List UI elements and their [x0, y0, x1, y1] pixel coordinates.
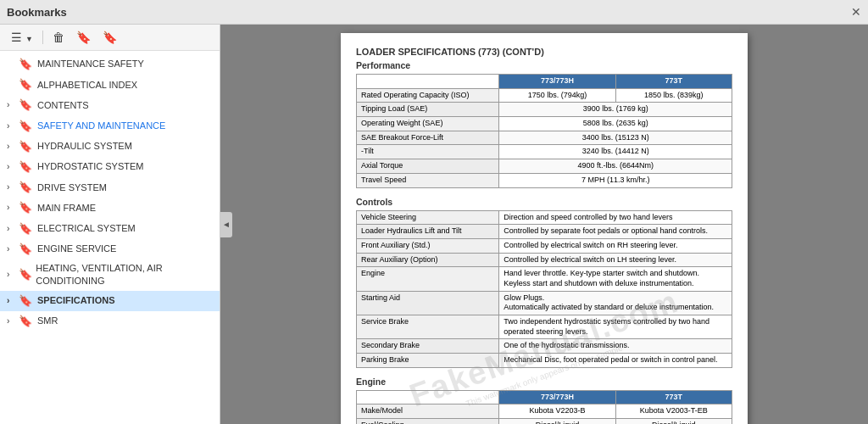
- bookmark-icon-alphabetical-index: 🔖: [19, 77, 32, 92]
- chevron-hydraulic: ›: [7, 141, 15, 153]
- label-engine-service: ENGINE SERVICE: [37, 243, 116, 255]
- perf-label-7: Travel Speed: [357, 173, 499, 187]
- ctrl-row-1: Vehicle Steering Direction and speed con…: [357, 210, 732, 225]
- label-specifications: SPECIFICATIONS: [37, 294, 114, 307]
- label-maintenance-safety: MAINTENANCE SAFETY: [37, 58, 144, 70]
- app-container: Bookmarks ✕ ☰ ▼ 🗑 🔖 🔖 🔖 MAINTENANCE SAFE…: [0, 0, 868, 424]
- ctrl-label-7: Service Brake: [357, 315, 499, 339]
- collapse-panel-button[interactable]: ◄: [220, 212, 232, 237]
- ctrl-row-3: Front Auxiliary (Std.) Controlled by ele…: [357, 238, 732, 253]
- ctrl-row-9: Parking Brake Mechanical Disc, foot oper…: [357, 354, 732, 368]
- label-safety-maintenance: SAFETY AND MAINTENANCE: [37, 120, 165, 132]
- chevron-main-frame: ›: [7, 202, 15, 214]
- bookmark-hvac[interactable]: › 🔖 HEATING, VENTILATION, AIR CONDITIONI…: [0, 259, 220, 291]
- ctrl-val-8: One of the hydrostatic transmissions.: [499, 339, 732, 354]
- controls-table: Vehicle Steering Direction and speed con…: [356, 210, 732, 368]
- bookmark-specifications[interactable]: › 🔖 SPECIFICATIONS: [0, 291, 220, 311]
- ctrl-val-7: Two independent hydrostatic systems cont…: [499, 315, 732, 339]
- ctrl-label-9: Parking Brake: [357, 354, 499, 368]
- ctrl-row-6: Starting Aid Glow Plugs.Automatically ac…: [357, 291, 732, 315]
- ctrl-row-8: Secondary Brake One of the hydrostatic t…: [357, 339, 732, 354]
- bookmark-icon-contents: 🔖: [19, 98, 32, 113]
- label-hydrostatic: HYDROSTATIC SYSTEM: [37, 160, 144, 173]
- perf-row-6: Axial Torque 4900 ft.-lbs. (6644Nm): [357, 159, 732, 174]
- ctrl-label-4: Rear Auxiliary (Option): [357, 253, 499, 267]
- doc-title: LOADER SPECIFICATIONS (773) (CONT'D): [356, 47, 732, 57]
- bookmark-engine-service[interactable]: › 🔖 ENGINE SERVICE: [0, 239, 220, 259]
- perf-val-3: 5808 lbs. (2635 kg): [499, 117, 732, 131]
- bookmark-smr[interactable]: › 🔖 SMR: [0, 311, 220, 332]
- eng-header-773t: 773T: [615, 390, 732, 404]
- bookmark-maintenance-safety[interactable]: 🔖 MAINTENANCE SAFETY: [0, 54, 220, 75]
- ctrl-val-2: Controlled by separate foot pedals or op…: [499, 225, 732, 239]
- perf-val-5: 3240 lbs. (14412 N): [499, 145, 732, 159]
- bookmark-add-button[interactable]: 🔖: [72, 28, 95, 47]
- ctrl-row-4: Rear Auxiliary (Option) Controlled by el…: [357, 253, 732, 267]
- chevron-engine-service: ›: [7, 243, 15, 255]
- eng-label-1: Make/Model: [357, 404, 499, 419]
- dropdown-button[interactable]: ☰ ▼: [7, 28, 37, 47]
- ctrl-row-7: Service Brake Two independent hydrostati…: [357, 315, 732, 339]
- ctrl-label-5: Engine: [357, 267, 499, 291]
- ctrl-val-9: Mechanical Disc, foot operated pedal or …: [499, 354, 732, 368]
- bookmark-hydraulic-system[interactable]: › 🔖 HYDRAULIC SYSTEM: [0, 137, 220, 157]
- bookmark-main-frame[interactable]: › 🔖 MAIN FRAME: [0, 198, 220, 218]
- eng-val2-1: Kubota V2003-T-EB: [615, 404, 732, 419]
- performance-table: 773/773H 773T Rated Operating Capacity (…: [356, 74, 732, 188]
- perf-row-7: Travel Speed 7 MPH (11.3 km/hr.): [357, 173, 732, 187]
- ctrl-val-3: Controlled by electrical switch on RH st…: [499, 238, 732, 253]
- perf-label-4: SAE Breakout Force-Lift: [357, 131, 499, 145]
- eng-val1-1: Kubota V2203-B: [499, 404, 615, 419]
- bookmark-safety-maintenance[interactable]: › 🔖 SAFETY AND MAINTENANCE: [0, 116, 220, 137]
- bookmark-contents[interactable]: › 🔖 CONTENTS: [0, 95, 220, 115]
- chevron-hvac: ›: [7, 269, 15, 281]
- perf-val-4: 3400 lbs. (15123 N): [499, 131, 732, 145]
- doc-page: FakeManual.com This watermark only appea…: [341, 33, 748, 424]
- ctrl-row-2: Loader Hydraulics Lift and Tilt Controll…: [357, 225, 732, 239]
- eng-header-773: 773/773H: [499, 390, 615, 404]
- bookmark-icon-hydraulic: 🔖: [19, 139, 32, 154]
- chevron-specifications: ›: [7, 295, 15, 307]
- chevron-electrical: ›: [7, 223, 15, 235]
- engine-table: 773/773H 773T Make/Model Kubota V2203-B …: [356, 390, 732, 424]
- bookmark-electrical-system[interactable]: › 🔖 ELECTRICAL SYSTEM: [0, 219, 220, 239]
- label-hydraulic: HYDRAULIC SYSTEM: [37, 140, 132, 153]
- perf-row-3: Operating Weight (SAE) 5808 lbs. (2635 k…: [357, 117, 732, 131]
- bookmarks-toolbar: ☰ ▼ 🗑 🔖 🔖: [0, 25, 220, 51]
- chevron-contents: ›: [7, 99, 15, 111]
- eng-row-2: Fuel/Cooling Diesel/Liquid Diesel/Liquid: [357, 419, 732, 424]
- bookmark-icon-smr: 🔖: [19, 314, 32, 329]
- ctrl-label-1: Vehicle Steering: [357, 210, 499, 225]
- label-alphabetical-index: ALPHABETICAL INDEX: [37, 79, 137, 92]
- perf-label-1: Rated Operating Capacity (ISO): [357, 88, 499, 103]
- ctrl-label-3: Front Auxiliary (Std.): [357, 238, 499, 253]
- bookmark-drive-system[interactable]: › 🔖 DRIVE SYSTEM: [0, 177, 220, 198]
- perf-val-2: 3900 lbs. (1769 kg): [499, 103, 732, 117]
- ctrl-label-2: Loader Hydraulics Lift and Tilt: [357, 225, 499, 239]
- eng-row-1: Make/Model Kubota V2203-B Kubota V2003-T…: [357, 404, 732, 419]
- bookmarks-title: Bookmarks: [7, 6, 67, 19]
- bookmark-hydrostatic-system[interactable]: › 🔖 HYDROSTATIC SYSTEM: [0, 157, 220, 177]
- ctrl-label-6: Starting Aid: [357, 291, 499, 315]
- bookmark-alphabetical-index[interactable]: 🔖 ALPHABETICAL INDEX: [0, 75, 220, 95]
- eng-val2-2: Diesel/Liquid: [615, 419, 732, 424]
- perf-row-4: SAE Breakout Force-Lift 3400 lbs. (15123…: [357, 131, 732, 145]
- label-contents: CONTENTS: [37, 99, 89, 112]
- label-smr: SMR: [37, 315, 58, 327]
- perf-row-5: -Tilt 3240 lbs. (14412 N): [357, 145, 732, 159]
- bookmark-icon-drive: 🔖: [19, 180, 32, 195]
- close-button[interactable]: ✕: [851, 5, 861, 19]
- perf-val1-1: 1750 lbs. (794kg): [499, 88, 615, 103]
- ctrl-row-5: Engine Hand lever throttle. Key-type sta…: [357, 267, 732, 291]
- ctrl-label-8: Secondary Brake: [357, 339, 499, 354]
- doc-panel[interactable]: ◄ FakeManual.com This watermark only app…: [220, 25, 868, 424]
- bookmark-icon-electrical: 🔖: [19, 221, 32, 237]
- bookmarks-panel: ☰ ▼ 🗑 🔖 🔖 🔖 MAINTENANCE SAFETY 🔖 ALPHABE…: [0, 25, 220, 424]
- bookmark-icon-engine-service: 🔖: [19, 242, 32, 257]
- label-hvac: HEATING, VENTILATION, AIR CONDITIONING: [36, 262, 213, 288]
- expand-button[interactable]: 🔖: [98, 28, 121, 47]
- chevron-drive: ›: [7, 181, 15, 193]
- eng-label-2: Fuel/Cooling: [357, 419, 499, 424]
- bookmarks-header: Bookmarks ✕: [0, 0, 868, 25]
- delete-button[interactable]: 🗑: [48, 28, 69, 47]
